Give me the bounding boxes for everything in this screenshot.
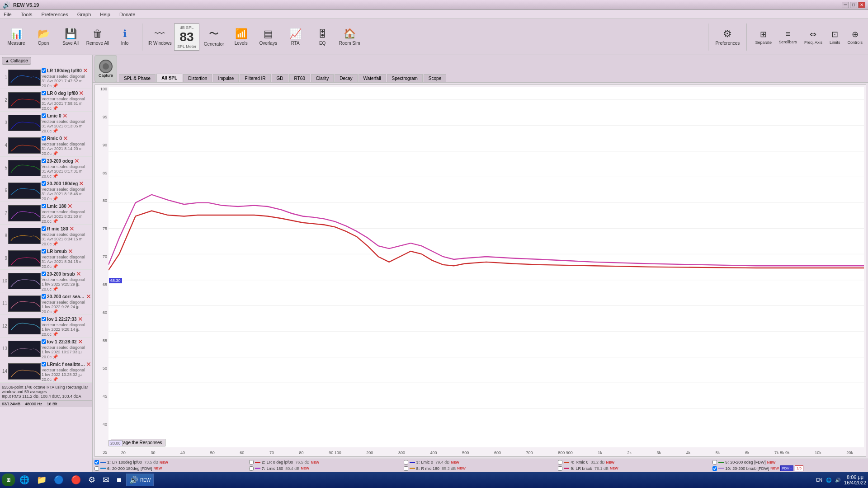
taskbar-app-ie[interactable]: 🌐 — [17, 474, 32, 486]
measurement-row-4[interactable]: 4 Rmic 0 ✕ Vecteur sealed diagonal 31 Av… — [0, 134, 92, 157]
start-button[interactable]: ⊞ — [2, 474, 15, 486]
delete-button[interactable]: ✕ — [68, 248, 73, 255]
info-button[interactable]: ℹ Info — [112, 21, 137, 53]
delete-button[interactable]: ✕ — [79, 180, 84, 187]
pin-icon[interactable]: 📌 — [52, 332, 58, 337]
measurement-checkbox[interactable] — [42, 249, 46, 253]
measurement-row-14[interactable]: 14 LRmic f sealbtsub ✕ Vecteur sealed di… — [0, 360, 92, 383]
measurement-checkbox[interactable] — [42, 136, 46, 141]
pin-icon[interactable]: 📌 — [52, 377, 58, 382]
measurement-checkbox[interactable] — [42, 113, 46, 118]
legend-checkbox-8[interactable] — [404, 466, 408, 471]
tab-all-spl[interactable]: All SPL — [156, 74, 182, 82]
tab-scope[interactable]: Scope — [424, 74, 446, 82]
delete-button[interactable]: ✕ — [69, 225, 75, 232]
measurement-row-6[interactable]: 6 20-200 180deg ✕ Vecteur sealed diagona… — [0, 179, 92, 202]
open-button[interactable]: 📂 Open — [31, 21, 56, 53]
measurement-checkbox[interactable] — [42, 204, 46, 208]
limits-button[interactable]: ⊡ Limits — [828, 28, 842, 46]
legend-checkbox-4[interactable] — [558, 460, 562, 465]
legend-checkbox-3[interactable] — [404, 460, 408, 465]
tab-filtered-ir[interactable]: Filtered IR — [240, 74, 270, 82]
tab-waterfall[interactable]: Waterfall — [359, 74, 386, 82]
menu-preferences[interactable]: Preferences — [39, 11, 70, 18]
delete-button[interactable]: ✕ — [86, 361, 91, 368]
ir-windows-button[interactable]: 〰 IR Windows — [147, 21, 172, 53]
delete-button[interactable]: ✕ — [63, 135, 68, 142]
freq-axis-button[interactable]: ⇔ Freq. Axis — [802, 28, 824, 46]
taskbar-app-explorer[interactable]: 📁 — [34, 474, 49, 486]
rta-button[interactable]: 📈 RTA — [283, 21, 308, 53]
menu-help[interactable]: Help — [98, 11, 112, 18]
tab-rt60[interactable]: RT60 — [289, 74, 310, 82]
measurement-row-3[interactable]: 3 Lmic 0 ✕ Vecteur sealed diagonal 31 Av… — [0, 112, 92, 134]
delete-button[interactable]: ✕ — [76, 270, 81, 277]
delete-button[interactable]: ✕ — [78, 338, 83, 345]
taskbar-app-mail[interactable]: ✉ — [100, 474, 112, 486]
tab-distortion[interactable]: Distortion — [183, 74, 212, 82]
pin-icon[interactable]: 📌 — [52, 174, 58, 178]
menu-donate[interactable]: Donate — [118, 11, 137, 18]
separate-button[interactable]: ⊞ Separate — [753, 28, 774, 46]
fraction-badge[interactable]: 1/6 — [795, 465, 803, 471]
taskbar-app-opera[interactable]: 🔴 — [68, 474, 84, 486]
delete-button[interactable]: ✕ — [83, 67, 88, 74]
measurement-checkbox[interactable] — [42, 159, 46, 163]
capture-button[interactable]: Capture — [94, 55, 117, 82]
preferences-button[interactable]: ⚙ Preferences — [715, 21, 740, 53]
measurement-row-12[interactable]: 12 lov 1 22:27:33 ✕ Vecteur sealed diago… — [0, 315, 92, 338]
measure-button[interactable]: 📊 Measure — [4, 21, 29, 53]
tab-decay[interactable]: Decay — [335, 74, 357, 82]
measurement-row-8[interactable]: 8 R mic 180 ✕ Vecteur sealed diagonal 31… — [0, 225, 92, 247]
pin-icon[interactable]: 📌 — [52, 151, 58, 156]
taskbar-app-rew[interactable]: 🔊 REW — [126, 474, 154, 486]
legend-checkbox-7[interactable] — [249, 466, 254, 471]
pin-icon[interactable]: 📌 — [52, 196, 58, 201]
measurement-row-11[interactable]: 11 20-200 corr sealbr ✕ Vecteur sealed d… — [0, 292, 92, 315]
menu-tools[interactable]: Tools — [19, 11, 34, 18]
delete-button[interactable]: ✕ — [79, 89, 84, 97]
levels-button[interactable]: 📶 Levels — [228, 21, 254, 53]
tab-spectrogram[interactable]: Spectrogram — [387, 74, 423, 82]
pin-icon[interactable]: 📌 — [52, 286, 58, 291]
measurement-row-1[interactable]: 1 LR 180deg lpf80 ✕ Vecteur sealed diago… — [0, 66, 92, 89]
minimize-button[interactable]: ─ — [842, 2, 849, 8]
pin-icon[interactable]: 📌 — [52, 241, 58, 246]
pin-icon[interactable]: 📌 — [52, 264, 58, 269]
legend-checkbox-2[interactable] — [249, 460, 254, 465]
save-all-button[interactable]: 💾 Save All — [58, 21, 83, 53]
measurement-row-5[interactable]: 5 20-200 odeg ✕ Vecteur sealed diagonal … — [0, 157, 92, 179]
measurement-row-10[interactable]: 10 20-200 brsub ✕ Vecteur sealed diagona… — [0, 270, 92, 292]
measurement-checkbox[interactable] — [42, 91, 46, 95]
measurement-row-2[interactable]: 2 LR 0 deg lpf80 ✕ Vecteur sealed diagon… — [0, 89, 92, 112]
taskbar-app-chrome[interactable]: 🔵 — [51, 474, 66, 486]
pin-icon[interactable]: 📌 — [52, 354, 58, 359]
taskbar-app-6[interactable]: ■ — [114, 474, 124, 486]
maximize-button[interactable]: □ — [850, 2, 857, 8]
legend-checkbox-10[interactable] — [712, 466, 717, 471]
scrollbars-button[interactable]: ≡ Scrollbars — [777, 28, 799, 45]
delete-button[interactable]: ✕ — [74, 157, 80, 164]
pin-icon[interactable]: 📌 — [52, 128, 58, 133]
pin-icon[interactable]: 📌 — [52, 106, 58, 111]
controls-button[interactable]: ⊕ Controls — [845, 28, 864, 46]
collapse-button[interactable]: ▲ Collapse — [2, 57, 31, 65]
menu-file[interactable]: File — [2, 11, 14, 18]
measurement-checkbox[interactable] — [42, 317, 46, 321]
measurement-checkbox[interactable] — [42, 68, 46, 73]
measurement-checkbox[interactable] — [42, 181, 46, 186]
close-button[interactable]: ✕ — [858, 2, 865, 8]
legend-checkbox-5[interactable] — [712, 460, 717, 465]
delete-button[interactable]: ✕ — [62, 112, 68, 119]
delete-button[interactable]: ✕ — [86, 293, 91, 300]
eq-button[interactable]: 🎛 EQ — [310, 21, 335, 53]
tab-spl---phase[interactable]: SPL & Phase — [119, 74, 156, 82]
measurement-checkbox[interactable] — [42, 272, 46, 276]
overlays-button[interactable]: ▤ Overlays — [255, 21, 281, 53]
tab-gd[interactable]: GD — [272, 74, 288, 82]
taskbar-app-settings[interactable]: ⚙ — [85, 474, 98, 486]
pin-icon[interactable]: 📌 — [52, 83, 58, 88]
menu-graph[interactable]: Graph — [75, 11, 93, 18]
tab-impulse[interactable]: Impulse — [213, 74, 239, 82]
legend-checkbox-9[interactable] — [558, 466, 562, 471]
